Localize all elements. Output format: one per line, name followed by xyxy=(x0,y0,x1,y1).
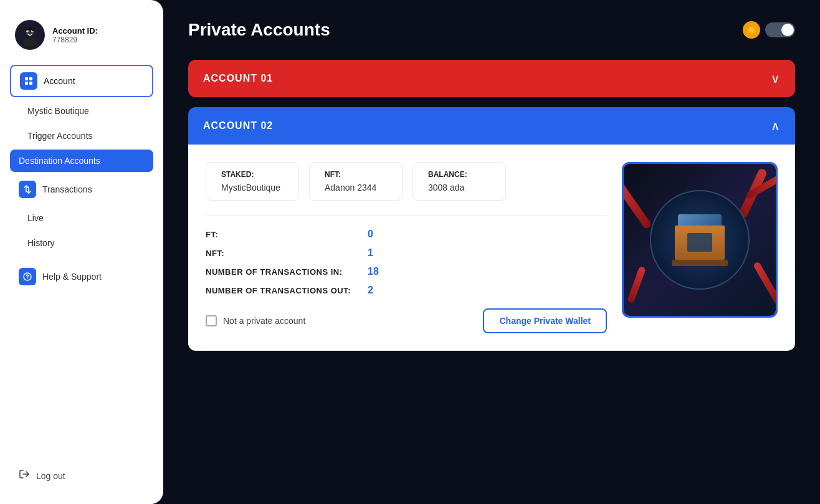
mystic-label: Mystic Boutique xyxy=(27,106,89,116)
logout-button[interactable]: Log out xyxy=(10,462,153,489)
balance-label: BALANCE: xyxy=(428,170,490,179)
svg-rect-11 xyxy=(29,82,32,85)
main-content: Private Accounts ☀️ ACCOUNT 01 ∨ ACCOUNT… xyxy=(163,0,820,504)
main-header: Private Accounts ☀️ xyxy=(188,20,795,40)
window xyxy=(687,233,712,252)
account-id-value: 778829 xyxy=(52,36,98,44)
account-info: Account ID: 778829 xyxy=(52,26,98,44)
staked-label: STAKED: xyxy=(221,170,284,179)
sun-icon: ☀️ xyxy=(743,21,760,39)
account-02-card: ACCOUNT 02 ∧ STAKED: MysticBoutique NFT:… xyxy=(188,107,795,351)
nft-stat-label: NFT: xyxy=(325,170,387,179)
account-01-header[interactable]: ACCOUNT 01 ∨ xyxy=(188,60,795,97)
private-checkbox-row: Not a private account xyxy=(206,315,305,326)
sidebar-item-live[interactable]: Live xyxy=(10,207,153,229)
theme-toggle-container: ☀️ xyxy=(743,21,795,39)
account-label: Account xyxy=(44,76,75,86)
bottom-section: Not a private account Change Private Wal… xyxy=(206,308,607,333)
profile-section: Account ID: 778829 xyxy=(10,15,153,65)
avatar xyxy=(15,20,45,50)
transactions-label: Transactions xyxy=(42,184,92,194)
tx-out-row: NUMBER OF TRANSACTIONS OUT: 2 xyxy=(206,285,607,296)
theme-toggle[interactable] xyxy=(765,22,795,37)
svg-point-5 xyxy=(28,27,32,31)
tx-in-label: NUMBER OF TRANSACTIONS IN: xyxy=(206,267,368,277)
nft-scene xyxy=(624,164,776,316)
account-02-chevron: ∧ xyxy=(771,118,780,133)
sidebar-item-destination[interactable]: Destination Accounts xyxy=(10,150,153,172)
svg-rect-8 xyxy=(25,77,28,80)
ft-value: 0 xyxy=(368,229,373,240)
live-label: Live xyxy=(27,213,44,223)
nft-count-row: NFT: 1 xyxy=(206,247,607,259)
nft-circle xyxy=(650,190,750,290)
account-icon xyxy=(20,72,37,90)
help-label: Help & Support xyxy=(42,272,102,282)
details-section: STAKED: MysticBoutique NFT: Adanon 2344 … xyxy=(206,162,607,333)
change-wallet-button[interactable]: Change Private Wallet xyxy=(483,308,607,333)
stats-row: STAKED: MysticBoutique NFT: Adanon 2344 … xyxy=(206,162,607,201)
sidebar-item-account[interactable]: Account xyxy=(10,65,153,97)
checkbox-label: Not a private account xyxy=(223,316,305,326)
help-icon xyxy=(19,268,36,285)
page-title: Private Accounts xyxy=(188,20,330,40)
logout-label: Log out xyxy=(36,471,65,481)
destination-label: Destination Accounts xyxy=(19,156,100,166)
staked-value: MysticBoutique xyxy=(221,183,284,193)
svg-point-13 xyxy=(27,278,28,279)
ft-row: FT: 0 xyxy=(206,229,607,240)
content-area: STAKED: MysticBoutique NFT: Adanon 2344 … xyxy=(206,162,778,333)
nft-count-label: NFT: xyxy=(206,249,368,258)
history-label: History xyxy=(27,238,55,248)
private-checkbox[interactable] xyxy=(206,315,217,326)
account-02-body: STAKED: MysticBoutique NFT: Adanon 2344 … xyxy=(188,145,795,351)
tx-in-row: NUMBER OF TRANSACTIONS IN: 18 xyxy=(206,266,607,277)
tentacle-5 xyxy=(627,266,646,303)
balance-box: BALANCE: 3008 ada xyxy=(412,162,506,201)
nav-section: Account Mystic Boutique Trigger Accounts… xyxy=(10,65,153,462)
tx-in-value: 18 xyxy=(368,266,379,277)
tx-out-label: NUMBER OF TRANSACTIONS OUT: xyxy=(206,286,368,295)
trigger-label: Trigger Accounts xyxy=(27,131,93,141)
nft-count-value: 1 xyxy=(368,247,373,259)
base xyxy=(672,260,728,266)
sidebar-item-history[interactable]: History xyxy=(10,232,153,254)
tx-out-value: 2 xyxy=(368,285,373,296)
roof xyxy=(678,214,722,226)
nft-building-group xyxy=(672,214,728,266)
svg-rect-10 xyxy=(25,82,28,85)
tentacle-4 xyxy=(622,179,652,229)
divider xyxy=(206,216,607,216)
account-02-label: ACCOUNT 02 xyxy=(203,120,273,131)
nft-box: NFT: Adanon 2344 xyxy=(309,162,403,201)
toggle-knob xyxy=(781,24,794,36)
account-01-label: ACCOUNT 01 xyxy=(203,73,273,84)
sidebar-item-mystic[interactable]: Mystic Boutique xyxy=(10,100,153,122)
sidebar-item-help[interactable]: Help & Support xyxy=(10,262,153,292)
nft-stat-value: Adanon 2344 xyxy=(325,183,387,193)
nft-image xyxy=(622,162,778,318)
balance-value: 3008 ada xyxy=(428,183,490,193)
account-01-chevron: ∨ xyxy=(771,71,780,86)
logout-icon xyxy=(19,468,30,483)
building-body xyxy=(675,226,725,260)
account-01-card: ACCOUNT 01 ∨ xyxy=(188,60,795,97)
ft-label: FT: xyxy=(206,230,368,239)
account-02-header[interactable]: ACCOUNT 02 ∧ xyxy=(188,107,795,145)
svg-rect-9 xyxy=(29,77,32,80)
tentacle-3 xyxy=(753,261,778,305)
transactions-icon xyxy=(19,181,36,198)
sidebar: Account ID: 778829 Account Mystic Boutiq… xyxy=(0,0,163,504)
staked-box: STAKED: MysticBoutique xyxy=(206,162,299,201)
account-id-label: Account ID: xyxy=(52,26,98,36)
sidebar-item-trigger[interactable]: Trigger Accounts xyxy=(10,125,153,147)
sidebar-item-transactions[interactable]: Transactions xyxy=(10,174,153,204)
